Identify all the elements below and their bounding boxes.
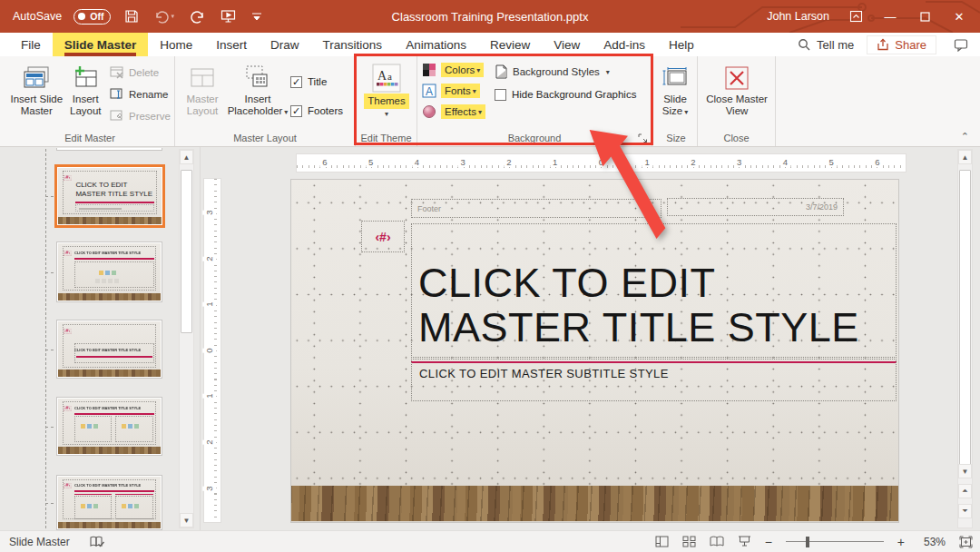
slide-thumbnail-2[interactable]: ‹#›CLICK TO EDIT MASTER TITLE STYLE [56, 242, 162, 302]
spell-check-icon[interactable] [90, 536, 104, 548]
fit-slide-to-window-icon[interactable] [959, 536, 973, 548]
ribbon-display-options-icon[interactable] [840, 3, 871, 30]
zoom-slider-thumb[interactable] [806, 537, 809, 547]
footer-placeholder[interactable]: Footer [411, 199, 662, 218]
customize-quick-access-toolbar-icon[interactable] [250, 5, 264, 28]
slideshow-view-icon[interactable] [738, 536, 751, 547]
minimize-button[interactable]: — [875, 3, 906, 30]
tab-draw[interactable]: Draw [259, 33, 311, 56]
slide-size-icon [662, 63, 689, 94]
zoom-out-icon[interactable]: − [765, 535, 772, 549]
effects-button[interactable]: Effects▾ [422, 103, 485, 121]
normal-view-icon[interactable] [655, 536, 669, 547]
next-slide-icon[interactable]: ⏷ [958, 504, 972, 518]
tab-help[interactable]: Help [657, 33, 706, 56]
redo-icon[interactable] [188, 5, 207, 28]
tab-label: File [21, 38, 41, 52]
autosave-toggle[interactable]: Off [74, 9, 111, 25]
tab-review[interactable]: Review [478, 33, 542, 56]
rename-button[interactable]: Rename [110, 85, 171, 104]
slide-size-dropdown-arrow-icon: ▾ [684, 108, 688, 116]
main-scrollbar[interactable]: ▲ ▼ ⏶ ⏷ [957, 149, 973, 528]
slide-thumbnail-5[interactable]: ‹#›CLICK TO EDIT MASTER TITLE STYLE [56, 475, 162, 530]
horizontal-ruler[interactable]: 6543210123456 [296, 153, 906, 172]
title-checkbox[interactable]: ✓ Title [290, 74, 343, 90]
thumb-wood [58, 447, 161, 454]
thumbnail-scroll-up-icon[interactable]: ▲ [180, 150, 193, 164]
insert-layout-label: Insert Layout [66, 94, 105, 117]
tab-home[interactable]: Home [148, 33, 204, 56]
tab-insert[interactable]: Insert [204, 33, 259, 56]
comments-icon[interactable] [949, 38, 973, 52]
tab-label: Slide Master [64, 38, 137, 52]
date-placeholder[interactable]: 3/7/2019 [667, 198, 844, 216]
main-scroll-up-icon[interactable]: ▲ [958, 150, 972, 164]
tab-label: View [554, 38, 580, 52]
group-label-size: Size [655, 133, 697, 143]
footers-checkbox[interactable]: ✓ Footers [290, 103, 343, 119]
themes-dropdown-arrow-icon: ▾ [385, 110, 388, 118]
background-dialog-launcher-icon[interactable] [638, 133, 648, 143]
thumbnail-preview: ‹#›CLICK TO EDITMASTER TITLE STYLE [58, 168, 162, 224]
vertical-ruler[interactable]: 3210123 [203, 178, 221, 523]
slide-size-button[interactable]: Slide Size▾ [657, 61, 693, 118]
master-layout-button[interactable]: Master Layout [180, 61, 225, 117]
insert-layout-button[interactable]: Insert Layout [66, 61, 105, 117]
tab-label: Draw [270, 38, 299, 52]
reading-view-icon[interactable] [710, 536, 724, 547]
slide-thumbnail-3[interactable]: ‹#›CLICK TO EDIT MASTER TITLE STYLE [56, 320, 162, 379]
start-slideshow-icon[interactable] [219, 5, 238, 28]
group-label-close: Close [698, 133, 775, 143]
tell-me-search[interactable]: Tell me [798, 38, 854, 52]
preserve-button[interactable]: Preserve [110, 107, 171, 125]
tab-add-ins[interactable]: Add-ins [592, 33, 657, 56]
zoom-level[interactable]: 53% [918, 536, 946, 548]
themes-button[interactable]: Aa Themes ▾ [361, 61, 412, 118]
slide-thumbnail-1[interactable]: ‹#›CLICK TO EDITMASTER TITLE STYLE [54, 164, 165, 228]
slide-thumbnail-4[interactable]: ‹#›CLICK TO EDIT MASTER TITLE STYLE [56, 397, 162, 456]
hruler-number: 1 [550, 157, 560, 167]
undo-icon[interactable]: ▾ [152, 5, 176, 28]
ribbon-group-edit-theme: Aa Themes ▾ Edit Theme [356, 56, 417, 146]
save-icon[interactable] [122, 5, 141, 28]
previous-slide-icon[interactable]: ⏶ [958, 484, 972, 498]
insert-slide-master-button[interactable]: Insert Slide Master [10, 61, 64, 117]
thumb-wood [58, 293, 161, 301]
share-button[interactable]: Share [867, 35, 936, 54]
hruler-number: 5 [827, 157, 837, 167]
slide-sorter-icon[interactable] [682, 536, 696, 547]
group-label-background: Background [417, 133, 652, 143]
hruler-number: 2 [688, 157, 698, 167]
main-scrollbar-thumb[interactable] [959, 170, 971, 469]
thumbnail-scroll-down-icon[interactable]: ▼ [180, 513, 193, 527]
slide-canvas[interactable]: Footer 3/7/2019 ‹#› CLICK TO EDITMASTER … [291, 180, 898, 522]
tab-view[interactable]: View [542, 33, 592, 56]
tab-file[interactable]: File [9, 33, 53, 56]
main-scroll-down-icon[interactable]: ▼ [958, 464, 972, 478]
tab-label: Help [669, 38, 694, 52]
zoom-slider[interactable] [786, 537, 884, 547]
subtitle-placeholder[interactable]: CLICK TO EDIT MASTER SUBTITLE STYLE [411, 359, 897, 401]
close-button[interactable]: ✕ [944, 3, 975, 30]
title-placeholder[interactable]: CLICK TO EDITMASTER TITLE STYLE [411, 223, 897, 358]
thumbnail-scrollbar[interactable]: ▲ ▼ [179, 149, 194, 528]
insert-placeholder-button[interactable]: Insert Placeholder▾ [228, 61, 288, 118]
zoom-in-icon[interactable]: + [897, 535, 905, 549]
colors-button[interactable]: Colors▾ [422, 61, 485, 79]
close-master-view-button[interactable]: Close Master View [702, 61, 771, 117]
fonts-button[interactable]: A Fonts▾ [422, 82, 485, 100]
ribbon-group-close: Close Master View Close [698, 56, 776, 146]
tab-animations[interactable]: Animations [394, 33, 478, 56]
maximize-button[interactable] [909, 3, 940, 30]
collapse-ribbon-icon[interactable]: ⌃ [961, 131, 969, 143]
ribbon: Insert Slide Master Insert Layout Delete [0, 56, 980, 147]
hruler-number: 5 [366, 157, 376, 167]
hide-background-graphics-checkbox[interactable]: Hide Background Graphics [495, 86, 636, 103]
hruler-number: 3 [734, 157, 744, 167]
tab-transitions[interactable]: Transitions [311, 33, 395, 56]
slide-number-placeholder[interactable]: ‹#› [361, 221, 405, 252]
tab-slide-master[interactable]: Slide Master [53, 33, 149, 56]
delete-button[interactable]: Delete [110, 64, 171, 82]
background-styles-button[interactable]: Background Styles▾ [495, 63, 636, 81]
thumbnail-scrollbar-thumb[interactable] [181, 170, 192, 333]
